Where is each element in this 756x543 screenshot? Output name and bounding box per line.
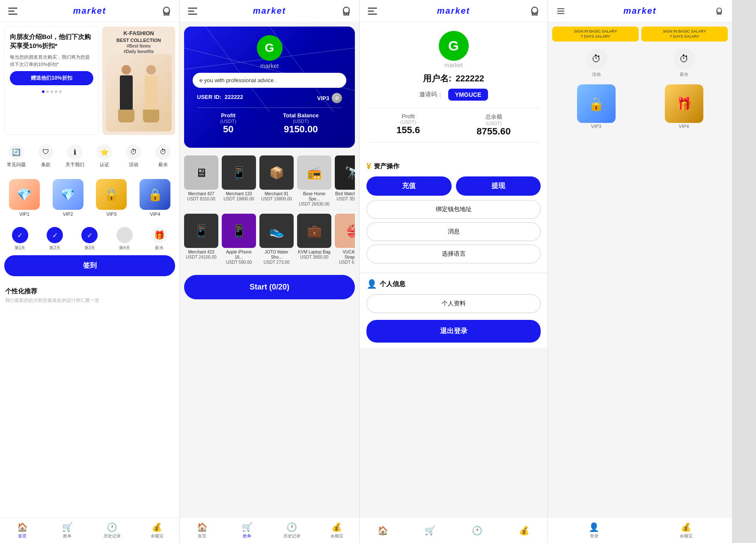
vip3-item[interactable]: 🔒 VIP3	[92, 179, 132, 217]
p4-salary-icon: ⏱	[673, 48, 695, 70]
p2-nav-history[interactable]: 🕐 历史记录	[270, 518, 315, 543]
p2-product-4[interactable]: 🔭 Bird Watching T... USDT 35900.00	[335, 155, 355, 206]
fashion-model	[106, 54, 172, 131]
p4-nav-balance[interactable]: 💰 余额宝	[640, 518, 732, 543]
p2-product2-3[interactable]: 💼 KVM Laptop Bag USDT 3850.00	[297, 214, 331, 265]
p2-product2-1[interactable]: 📱 Apple iPhone 16... USDT 580.00	[222, 214, 256, 265]
p3-hamburger-icon[interactable]	[366, 5, 378, 17]
p4-vip3-container[interactable]: 🔒 VIP3	[577, 84, 616, 129]
p3-home-icon: 🏠	[378, 525, 388, 536]
faq-icon: 🔄	[9, 144, 24, 160]
banner-dots	[10, 90, 93, 93]
p2-vip-coin	[332, 93, 342, 103]
p2-product-img-0: 🖥	[184, 155, 218, 190]
logout-button[interactable]: 退出登录	[366, 320, 541, 343]
vip2-label: VIP2	[63, 212, 73, 217]
p2-product-2[interactable]: 📦 Merchant 91 USDT 19800.00	[259, 155, 294, 206]
start-button[interactable]: Start (0/20)	[184, 275, 355, 299]
gift-discount-button[interactable]: 赠送他们10%折扣	[10, 71, 93, 85]
p4-icon-activity[interactable]: ⏱ 活动	[586, 48, 607, 78]
message-button[interactable]: 消息	[366, 222, 541, 241]
p2-balance-label: Total Balance	[283, 112, 319, 119]
p2-user-id-label: USER ID: 222222	[197, 94, 243, 100]
checkin-gift-label: 薪水	[155, 245, 164, 251]
checkin-days: ✓ 第1天 ✓ 第2天 ✓ 第3天 第4天 🎁 薪水	[4, 227, 175, 251]
bind-wallet-button[interactable]: 绑定钱包地址	[366, 200, 541, 219]
p2-g-logo: G	[257, 35, 283, 61]
p2-nav-balance[interactable]: 💰 余额宝	[314, 518, 359, 543]
p2-product2-2[interactable]: 👟 JOTO Water Sho... USDT 273.00	[259, 214, 294, 265]
p3-profit-sub: (USDT)	[396, 119, 420, 125]
vip4-item[interactable]: 🔒 VIP4	[135, 179, 175, 217]
menu-faq[interactable]: 🔄 常见问题	[3, 144, 30, 168]
p2-product2-price-2: USDT 273.00	[264, 260, 289, 265]
p4-vip3-card: 🔒	[577, 84, 616, 123]
p2-product-price-1: USDT 19800.00	[223, 197, 254, 201]
vip3-badge: 🔒	[96, 179, 127, 210]
p3-nav-grab[interactable]: 🛒	[407, 518, 454, 543]
p3-nav-history[interactable]: 🕐	[454, 518, 501, 543]
menu-terms[interactable]: 🛡 条款	[33, 144, 59, 168]
hamburger-icon[interactable]	[7, 5, 19, 17]
p2-headphone-icon[interactable]	[340, 5, 352, 17]
p2-search-bar[interactable]: e you with professional advice .	[193, 73, 346, 88]
recommend-subtitle: 我们最新的款式和您最喜欢的设计师汇聚一堂	[5, 297, 174, 304]
menu-about[interactable]: ℹ 关于我们	[62, 144, 88, 168]
dot-4	[55, 90, 57, 93]
cert-icon: ⭐	[97, 144, 112, 160]
checkin-circle-3: ✓	[81, 227, 98, 243]
svg-point-21	[532, 7, 538, 13]
p2-products-inner2: 📱 Merchant 423 USDT 24100.00 📱 Apple iPh…	[184, 210, 355, 268]
nav-home[interactable]: 🏠 首页	[0, 518, 45, 543]
menu-salary-label: 薪水	[158, 161, 168, 168]
p2-products-inner1: 🖥 Merchant 427 USDT 8310.00 📱 Merchant 1…	[184, 152, 355, 210]
p2-nav-grab[interactable]: 🛒 抢单	[225, 518, 270, 543]
p4-vip4-container[interactable]: 🎁 VIP4	[665, 84, 703, 129]
p3-nav-home[interactable]: 🏠	[360, 518, 407, 543]
p3-invite-code[interactable]: YMGUCE	[448, 89, 488, 101]
menu-faq-label: 常见问题	[7, 161, 26, 168]
menu-salary[interactable]: ⏱ 薪水	[150, 144, 176, 168]
withdraw-button[interactable]: 提现	[456, 176, 541, 196]
p3-nav-balance[interactable]: 💰	[500, 518, 548, 543]
vip1-badge: 💎	[9, 179, 40, 210]
p2-product2-0[interactable]: 📱 Merchant 423 USDT 24100.00	[184, 214, 218, 265]
balance-icon: 💰	[152, 522, 162, 532]
vip1-item[interactable]: 💎 VIP1	[4, 179, 45, 217]
p4-hamburger-icon[interactable]	[555, 5, 567, 17]
p2-product2-4[interactable]: 👙 VUCATIN Strapl... USDT 619.30	[335, 214, 355, 265]
p2-product-3[interactable]: 📻 Bose Home Spe... USDT 26530.00	[297, 155, 331, 206]
panel3-bottom-nav: 🏠 🛒 🕐 💰	[360, 517, 548, 543]
p4-nav-login[interactable]: 👤 登录	[548, 518, 640, 543]
p2-product-img-4: 🔭	[335, 155, 355, 190]
profile-button[interactable]: 个人资料	[366, 294, 541, 313]
p2-nav-home[interactable]: 🏠 首页	[180, 518, 225, 543]
menu-activity[interactable]: ⏱ 活动	[121, 144, 147, 168]
p4-headphone-icon[interactable]	[713, 5, 725, 17]
p2-balance-sub: (USDT)	[283, 119, 319, 124]
panel4-header: market	[548, 0, 732, 22]
p2-user-info: USER ID: 222222	[197, 93, 243, 103]
dot-5	[59, 90, 62, 93]
p2-g-subtext: market	[260, 63, 279, 69]
p2-hamburger-icon[interactable]	[187, 5, 199, 17]
vip2-item[interactable]: 💎 VIP2	[48, 179, 88, 217]
menu-cert[interactable]: ⭐ 认证	[92, 144, 118, 168]
skirt-1	[118, 110, 134, 122]
terms-icon: 🛡	[38, 144, 54, 160]
p2-product-1[interactable]: 📱 Merchant 133 USDT 19800.00	[222, 155, 256, 206]
nav-history[interactable]: 🕐 历史记录	[90, 518, 135, 543]
p2-stats-row: Profit (USDT) 50 Total Balance (USDT) 91…	[193, 112, 346, 139]
p3-headphone-icon[interactable]	[529, 5, 541, 17]
body-1	[120, 75, 133, 110]
nav-grab[interactable]: 🛒 抢单	[45, 518, 90, 543]
language-button[interactable]: 选择语言	[366, 245, 541, 263]
p2-product2-img-1: 📱	[222, 214, 256, 248]
recharge-button[interactable]: 充值	[366, 176, 452, 196]
checkin-button[interactable]: 签到	[4, 255, 175, 276]
p2-product-0[interactable]: 🖥 Merchant 427 USDT 8310.00	[184, 155, 218, 206]
panel1-headphone-icon[interactable]	[161, 5, 173, 17]
vip1-label: VIP1	[19, 212, 30, 217]
p4-icon-salary[interactable]: ⏱ 薪水	[673, 48, 695, 78]
nav-balance[interactable]: 💰 余额宝	[134, 518, 179, 543]
